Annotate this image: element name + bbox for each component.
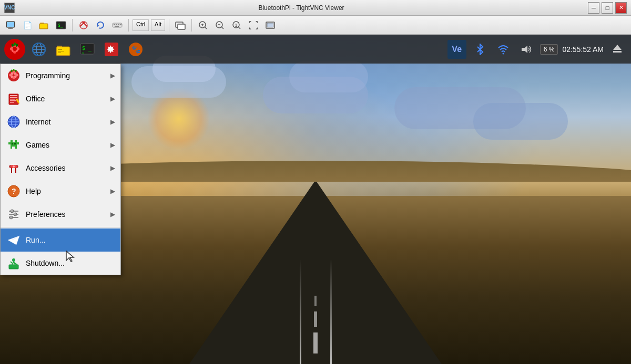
shutdown-icon bbox=[6, 255, 22, 271]
games-icon bbox=[6, 137, 22, 153]
svg-point-123 bbox=[9, 216, 13, 219]
svg-rect-108 bbox=[14, 143, 16, 144]
window-controls: ─ □ ✕ bbox=[588, 2, 627, 14]
browser-button[interactable] bbox=[28, 39, 49, 60]
accessories-label: Accessories bbox=[26, 164, 110, 172]
svg-point-73 bbox=[502, 53, 504, 54]
svg-line-129 bbox=[14, 262, 15, 265]
svg-rect-91 bbox=[10, 97, 17, 98]
svg-rect-109 bbox=[11, 147, 12, 149]
eject-button[interactable] bbox=[608, 40, 627, 59]
games-item[interactable]: Games ▶ bbox=[1, 133, 120, 157]
keys-btn[interactable] bbox=[110, 18, 125, 33]
zoom-fit-btn[interactable] bbox=[246, 18, 261, 33]
run-item[interactable]: Run... bbox=[1, 228, 120, 252]
ctrl-btn[interactable]: Ctrl bbox=[133, 19, 149, 31]
programming-label: Programming bbox=[26, 71, 110, 80]
svg-text:1: 1 bbox=[235, 23, 237, 28]
fullscreen-btn[interactable] bbox=[263, 18, 278, 33]
svg-point-127 bbox=[12, 258, 15, 262]
zoom-reset-btn[interactable]: 1 bbox=[229, 18, 244, 33]
disconnect-btn[interactable] bbox=[76, 18, 91, 33]
office-item[interactable]: Office ▶ bbox=[1, 87, 120, 110]
programming-icon bbox=[6, 68, 22, 84]
shutdown-item[interactable]: Shutdown... bbox=[1, 252, 120, 275]
zoom-in-btn[interactable] bbox=[196, 18, 210, 33]
preferences-label: Preferences bbox=[26, 210, 110, 219]
taskbar-right: Ve bbox=[447, 40, 627, 59]
copy-screen-btn[interactable] bbox=[173, 18, 188, 33]
sep2 bbox=[128, 19, 129, 32]
bluetooth-button[interactable] bbox=[471, 40, 490, 59]
office-label: Office bbox=[26, 95, 110, 103]
alt-btn[interactable]: Alt bbox=[151, 19, 165, 31]
zoom-out-btn[interactable] bbox=[212, 18, 227, 33]
svg-point-85 bbox=[13, 77, 15, 79]
wifi-button[interactable] bbox=[494, 40, 513, 59]
svg-rect-2 bbox=[9, 27, 12, 28]
road-right-line bbox=[330, 259, 332, 364]
games-label: Games bbox=[26, 141, 110, 149]
run-icon bbox=[6, 232, 22, 248]
menu-divider bbox=[1, 227, 120, 227]
help-icon: ? bbox=[6, 183, 22, 199]
close-button[interactable]: ✕ bbox=[615, 2, 627, 14]
svg-rect-40 bbox=[267, 23, 273, 27]
svg-rect-14 bbox=[114, 24, 115, 25]
svg-rect-94 bbox=[10, 102, 14, 103]
svg-marker-124 bbox=[8, 236, 19, 245]
help-label: Help bbox=[26, 187, 110, 195]
new-btn[interactable]: 📄 bbox=[20, 18, 35, 33]
svg-marker-75 bbox=[613, 45, 622, 50]
terminal-button[interactable]: $ _ > bbox=[77, 39, 98, 60]
svg-text:>: > bbox=[82, 51, 84, 55]
help-item[interactable]: ? Help ▶ bbox=[1, 180, 120, 203]
svg-point-121 bbox=[11, 210, 14, 213]
road-mark2 bbox=[314, 311, 317, 327]
volume-button[interactable] bbox=[517, 40, 536, 59]
accessories-item[interactable]: Accessories ▶ bbox=[1, 157, 120, 180]
svg-rect-104 bbox=[11, 140, 13, 142]
svg-rect-107 bbox=[12, 143, 13, 144]
preferences-icon bbox=[6, 206, 22, 222]
vnc-icon-btn[interactable] bbox=[3, 18, 18, 33]
open-btn[interactable] bbox=[37, 18, 52, 33]
sep4 bbox=[191, 19, 192, 32]
cloud4 bbox=[289, 61, 368, 92]
svg-rect-92 bbox=[10, 99, 15, 100]
svg-point-115 bbox=[13, 165, 15, 168]
svg-text:$_: $_ bbox=[58, 23, 63, 28]
refresh-btn[interactable] bbox=[93, 18, 108, 33]
cloud6 bbox=[473, 103, 568, 140]
desktop: $ _ > ✸ 🐾 Ve bbox=[0, 35, 631, 364]
svg-rect-103 bbox=[17, 142, 19, 144]
svg-rect-112 bbox=[11, 168, 12, 173]
minimize-button[interactable]: ─ bbox=[588, 2, 599, 14]
toolbar: 📄 $_ Ctrl Alt 1 bbox=[0, 16, 631, 35]
svg-rect-15 bbox=[116, 24, 117, 25]
maximize-button[interactable]: □ bbox=[602, 2, 613, 14]
accessories-icon bbox=[6, 160, 22, 176]
terminal-btn[interactable]: $_ bbox=[54, 18, 68, 33]
road-mark3 bbox=[314, 296, 317, 306]
battery-indicator: 6 % bbox=[540, 44, 558, 55]
internet-arrow: ▶ bbox=[110, 118, 115, 126]
burp-button[interactable]: 🐾 bbox=[125, 39, 146, 60]
preferences-item[interactable]: Preferences ▶ bbox=[1, 203, 120, 226]
ve-badge[interactable]: Ve bbox=[447, 40, 466, 59]
raspi-menu-button[interactable] bbox=[4, 39, 25, 60]
road-left-line bbox=[300, 259, 301, 364]
svg-line-24 bbox=[205, 27, 207, 29]
star-app-button[interactable]: ✸ bbox=[101, 39, 122, 60]
internet-item[interactable]: Internet ▶ bbox=[1, 110, 120, 133]
run-label: Run... bbox=[26, 236, 115, 244]
svg-rect-3 bbox=[8, 28, 13, 29]
filemanager-button[interactable] bbox=[53, 39, 74, 60]
svg-rect-63 bbox=[58, 49, 62, 50]
start-menu: Programming ▶ Office ▶ bbox=[0, 64, 121, 275]
programming-item[interactable]: Programming ▶ bbox=[1, 64, 120, 87]
games-arrow: ▶ bbox=[110, 141, 115, 149]
svg-rect-6 bbox=[40, 24, 47, 28]
title-bar-title: BluetoothPi - TightVNC Viewer bbox=[15, 4, 588, 12]
svg-rect-102 bbox=[8, 142, 11, 144]
